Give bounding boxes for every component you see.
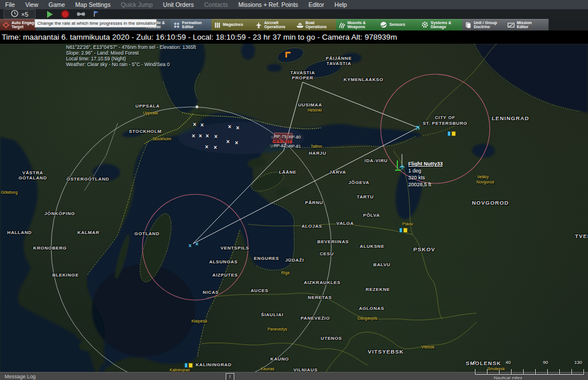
friendly-station-marker[interactable]: × xyxy=(188,243,192,249)
mission-editor-button[interactable]: MissionEditor xyxy=(505,19,549,30)
friendly-station-marker[interactable]: × xyxy=(195,241,199,247)
region-label: STOCKHOLM xyxy=(129,129,162,134)
city-label: Stockholm xyxy=(153,137,172,141)
region-label: IDA-VIRU xyxy=(365,158,388,163)
target-icon xyxy=(0,21,11,29)
record-icon xyxy=(61,10,69,18)
unit-flag-icons[interactable] xyxy=(184,363,193,368)
region-label: KRONOBERG xyxy=(33,245,67,251)
region-label: VENTSPILS xyxy=(220,245,249,251)
scale-tick xyxy=(571,369,572,374)
yellow-unit-icon xyxy=(403,228,408,233)
magazines-icon xyxy=(211,21,223,29)
region-label: PANEVEŽIO xyxy=(300,316,330,321)
unit-flag-icons[interactable] xyxy=(399,228,408,233)
terrain-info: Slope: 2.96° - Land: Mixed Forest xyxy=(66,50,196,56)
region-label: GÖTALAND xyxy=(18,175,47,181)
contact-marker[interactable]: × xyxy=(193,121,196,128)
contact-marker[interactable]: × xyxy=(206,133,209,139)
menu-bar: FileViewGameMap SettingsQuick JumpUnit O… xyxy=(0,0,588,9)
scale-tick xyxy=(547,369,548,374)
bookmark-button[interactable] xyxy=(92,10,100,18)
up-arrow-icon[interactable]: ↑ xyxy=(226,373,234,380)
mounts-weapons-button[interactable]: Mounts &Weapons xyxy=(336,19,378,30)
region-label: NOVGOROD xyxy=(472,199,509,206)
city-label: Tallinn xyxy=(311,144,322,148)
region-label: VILNIAUS xyxy=(293,367,318,373)
region-label: AGLONAS xyxy=(359,306,384,311)
region-label: ALOJAS xyxy=(301,224,322,229)
contact-marker[interactable]: × xyxy=(235,140,238,146)
region-label: CITY OF xyxy=(435,115,455,120)
region-label: PÄRNU xyxy=(305,200,323,205)
command-simulation-window: { "colors":{"zone_fill":"#c83c32","range… xyxy=(0,0,588,380)
menu-item-help[interactable]: Help xyxy=(330,0,353,9)
aircraft-operations-button[interactable]: AircraftOperations xyxy=(253,19,295,30)
yellow-unit-icon xyxy=(451,131,456,136)
region-label: KALMAR xyxy=(78,230,99,235)
contact-marker[interactable]: × xyxy=(226,139,230,145)
scale-tick xyxy=(523,369,524,374)
binoculars-icon xyxy=(76,9,86,20)
boat-icon xyxy=(294,21,305,29)
scale-units-label: Nautical miles xyxy=(494,375,523,380)
reference-point[interactable]: RP-79 xyxy=(271,134,287,139)
region-label: PÄIJÄNNE xyxy=(326,56,351,61)
contact-marker[interactable]: × xyxy=(214,133,218,140)
menu-item-game[interactable]: Game xyxy=(44,0,71,9)
region-label: ALUKSNE xyxy=(360,244,385,249)
region-label: AIZPUTES xyxy=(212,272,238,278)
installation-icon[interactable] xyxy=(285,52,287,57)
systems-damage-button[interactable]: Systems &Damage xyxy=(419,19,463,30)
menu-item-unit-orders[interactable]: Unit Orders xyxy=(158,0,199,9)
menu-item-missions-ref-points[interactable]: Missions + Ref. Points xyxy=(233,0,303,9)
map[interactable]: N61°22'26", E13°04'57" - 476nm from sel … xyxy=(0,44,588,372)
region-label: ALSUNGAS xyxy=(209,259,238,264)
time-compression-button[interactable]: ×5 xyxy=(3,9,36,19)
contact-marker[interactable]: × xyxy=(205,144,208,150)
city-label: Vitebsk xyxy=(421,345,435,349)
contact-marker[interactable]: × xyxy=(214,144,217,151)
button-label: BoatOperations xyxy=(305,21,327,29)
button-label: MissionEditor xyxy=(517,21,532,29)
flight-data-label: Flight Nutty33 1 deg 320 kts 20028,5 ft xyxy=(408,160,443,188)
aircraft-icon xyxy=(253,21,264,29)
auto-engage-target-button[interactable]: Auto EngageTarget xyxy=(0,19,36,30)
menu-item-view[interactable]: View xyxy=(20,0,44,9)
sensor-icon xyxy=(378,21,389,29)
menu-item-map-settings[interactable]: Map Settings xyxy=(70,0,115,9)
city-label: Panevežys xyxy=(268,327,287,331)
menu-item-editor[interactable]: Editor xyxy=(303,0,329,9)
unit-group-doctrine-button[interactable]: Unit / GroupDoctrine xyxy=(462,19,506,30)
run-simulation-button[interactable] xyxy=(47,10,53,18)
formation-editor-button[interactable]: FormationEditor xyxy=(171,19,212,30)
contact-marker[interactable]: × xyxy=(228,124,231,130)
cursor-coordinates: N61°22'26", E13°04'57" - 476nm from sel … xyxy=(66,44,196,50)
menu-item-file[interactable]: File xyxy=(0,0,20,9)
reference-point[interactable]: RP-81 xyxy=(285,144,301,149)
unit-flag-icons[interactable] xyxy=(447,131,456,136)
scale-tick xyxy=(511,369,512,374)
region-label: VITSYEBSK xyxy=(368,348,404,355)
flight-altitude: 20028,5 ft xyxy=(408,181,443,188)
region-label: TAVASTIA xyxy=(290,70,315,75)
contact-star-marker[interactable]: * xyxy=(195,103,198,113)
doctrine-icon xyxy=(462,21,474,29)
scale-tick xyxy=(583,369,584,374)
record-button[interactable] xyxy=(61,10,69,18)
contact-marker[interactable]: × xyxy=(236,125,239,131)
speed-label: ×5 xyxy=(21,11,29,18)
boat-operations-button[interactable]: BoatOperations xyxy=(294,19,336,30)
flag-icon xyxy=(92,9,100,20)
contact-marker[interactable]: × xyxy=(192,133,195,139)
button-label: FormationEditor xyxy=(182,21,202,29)
region-label: TVER xyxy=(575,233,588,239)
magazines-button[interactable]: Magazines xyxy=(211,19,253,30)
map-scale-bar: Nautical miles 04090130 xyxy=(471,359,588,380)
friendly-aircraft-icon[interactable]: ✈ xyxy=(398,164,407,170)
contact-marker[interactable]: × xyxy=(199,133,202,139)
flight-name: Flight Nutty33 xyxy=(408,160,443,167)
contact-marker[interactable]: × xyxy=(200,122,204,128)
sensors-button[interactable]: Sensors xyxy=(378,19,420,30)
recon-window-button[interactable] xyxy=(76,10,86,18)
